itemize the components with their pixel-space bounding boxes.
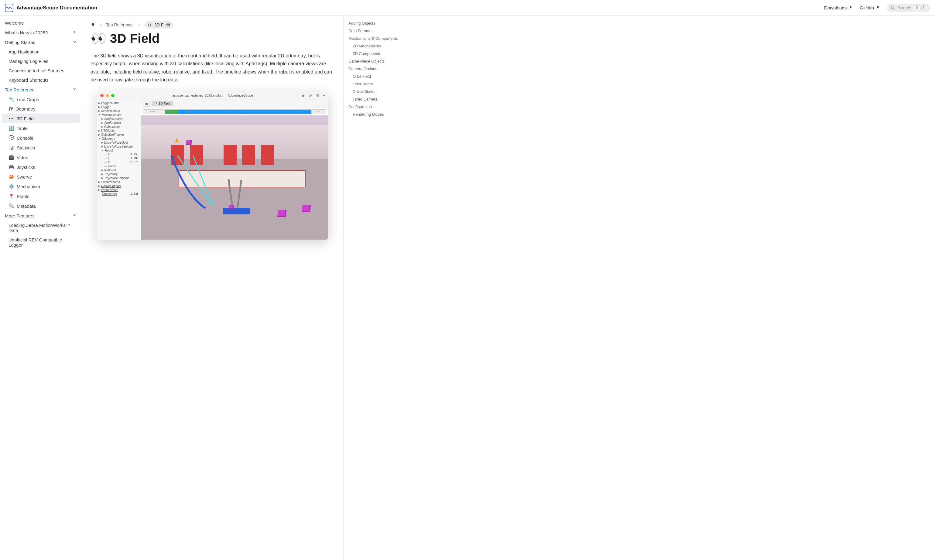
tree-row: ▶LoggedRobot bbox=[97, 101, 141, 105]
breadcrumb-item[interactable]: Tab Reference bbox=[106, 23, 134, 27]
nav-link-label: GitHub bbox=[860, 5, 874, 10]
tree-row: —Timestamp1.5e8 bbox=[97, 192, 141, 196]
sidebar-item[interactable]: 🔢Table bbox=[2, 123, 80, 133]
sidebar-item-label: What's New in 2025? bbox=[5, 30, 48, 35]
sidebar-item[interactable]: Keyboard Shortcuts bbox=[2, 75, 80, 85]
plus-icon: + bbox=[323, 93, 325, 98]
sidebar-item[interactable]: Tab Reference bbox=[2, 85, 80, 94]
sidebar[interactable]: WelcomeWhat's New in 2025?Getting Starte… bbox=[0, 16, 82, 560]
sidebar-item[interactable]: Loading Zebra MotionWorks™ Data bbox=[2, 220, 80, 235]
breadcrumb-current: 👀 3D Field bbox=[144, 21, 173, 29]
search-shortcut: ⌘ K bbox=[914, 5, 927, 10]
sidebar-item-label: Console bbox=[17, 135, 34, 141]
sidebar-item[interactable]: Managing Log Files bbox=[2, 57, 80, 66]
intro-paragraph: The 3D field shows a 3D visualization of… bbox=[91, 52, 335, 84]
chevron-right-icon bbox=[72, 30, 77, 35]
sidebar-item[interactable]: More Features bbox=[2, 211, 80, 220]
toc-item[interactable]: Orbit Robot bbox=[348, 80, 417, 88]
logo-icon bbox=[5, 4, 13, 12]
tree-row: —length3 bbox=[97, 164, 141, 168]
chevron-down-icon bbox=[72, 87, 77, 92]
tree-row: ▶TrajectorySetpoint bbox=[97, 176, 141, 180]
toc-item[interactable]: Fixed Camera bbox=[348, 95, 417, 103]
toc-item[interactable]: Data Format bbox=[348, 27, 417, 35]
tree-row: ▶Robot3d bbox=[97, 168, 141, 172]
breadcrumb-home[interactable] bbox=[91, 22, 96, 28]
toc-item[interactable]: Configuration bbox=[348, 103, 417, 111]
sidebar-item-label: Table bbox=[17, 126, 28, 131]
heading-text: 3D Field bbox=[110, 31, 159, 46]
sidebar-item[interactable]: 🎮Joysticks bbox=[2, 162, 80, 172]
sidebar-item-label: Loading Zebra MotionWorks™ Data bbox=[9, 223, 77, 233]
sidebar-item[interactable]: 📍Points bbox=[2, 191, 80, 201]
tree-row: —13.282 bbox=[97, 156, 141, 160]
search-button[interactable]: Search ⌘ K bbox=[887, 4, 930, 12]
sidebar-item[interactable]: Unofficial REV-Compatible Logger bbox=[2, 235, 80, 250]
external-link-icon bbox=[876, 5, 880, 10]
toc-item[interactable]: 2D Mechanisms bbox=[348, 42, 417, 50]
screenshot-tree: ▶LoggedRobot▶Logger▶Mechanism2d▼Mechanis… bbox=[97, 100, 141, 240]
sidebar-item[interactable]: 🦀Swerve bbox=[2, 172, 80, 182]
window-icon: ⊞ bbox=[316, 93, 319, 98]
nav-link-downloads[interactable]: Downloads bbox=[824, 5, 852, 10]
tree-row: ▼Odometry bbox=[97, 137, 141, 141]
sidebar-item-label: Managing Log Files bbox=[9, 58, 48, 64]
toc-item[interactable]: Camera Options bbox=[348, 65, 417, 72]
chevron-down-icon bbox=[72, 40, 77, 45]
chevron-down-icon bbox=[72, 213, 77, 218]
toc-item[interactable]: 3D Components bbox=[348, 50, 417, 57]
play-icon: ▶ bbox=[302, 93, 305, 98]
sidebar-item-label: Mechanism bbox=[17, 184, 40, 189]
sidebar-item[interactable]: ⚙️Mechanism bbox=[2, 182, 80, 191]
sidebar-item-label: Video bbox=[17, 155, 28, 160]
sidebar-item[interactable]: Welcome bbox=[2, 18, 80, 28]
sidebar-item[interactable]: 📊Statistics bbox=[2, 143, 80, 152]
sidebar-item-label: Tab Reference bbox=[5, 87, 35, 92]
sidebar-item-label: Swerve bbox=[17, 174, 32, 180]
sidebar-item[interactable]: 📉Line Graph bbox=[2, 94, 80, 104]
clear-icon: ⊘ bbox=[309, 93, 312, 98]
sidebar-item-label: Unofficial REV-Compatible Logger bbox=[9, 237, 77, 248]
screenshot-tab: 👀 3D Field bbox=[152, 101, 173, 106]
sidebar-item[interactable]: 🗺Odometry bbox=[2, 104, 80, 114]
toc-item[interactable]: Mechanisms & Components bbox=[348, 35, 417, 42]
sidebar-item-label: Keyboard Shortcuts bbox=[9, 77, 49, 83]
chevron-right-icon bbox=[99, 23, 102, 27]
sidebar-item[interactable]: Getting Started bbox=[2, 37, 80, 47]
toc-item[interactable]: Game Piece Objects bbox=[348, 57, 417, 65]
toc-item[interactable]: Orbit Field bbox=[348, 72, 417, 80]
breadcrumb: Tab Reference 👀 3D Field bbox=[91, 21, 335, 29]
tree-row: ▶ReplayOutputs bbox=[97, 184, 141, 188]
sidebar-item-label: 3D Field bbox=[17, 116, 34, 121]
toc-item[interactable]: Rendering Modes bbox=[348, 111, 417, 118]
toc-item[interactable]: Adding Objects bbox=[348, 20, 417, 27]
heading-emoji: 👀 bbox=[91, 31, 106, 46]
sidebar-item-label: Odometry bbox=[15, 106, 35, 111]
screenshot-toolbar: ▶ ⊘ ⊞ + bbox=[302, 93, 325, 98]
table-of-contents: Adding ObjectsData FormatMechanisms & Co… bbox=[343, 16, 422, 560]
screenshot-3d-canvas bbox=[141, 115, 328, 240]
sidebar-item[interactable]: 💬Console bbox=[2, 133, 80, 143]
screenshot-image: ascope_gamepieces_2023.wpilog — Advantag… bbox=[97, 91, 328, 240]
screenshot-titlebar: ascope_gamepieces_2023.wpilog — Advantag… bbox=[97, 91, 328, 100]
search-placeholder: Search bbox=[898, 5, 911, 10]
sidebar-item[interactable]: Connecting to Live Sources bbox=[2, 66, 80, 75]
tree-row: ▶NTClients bbox=[97, 129, 141, 133]
sidebar-item[interactable]: 🔍Metadata bbox=[2, 201, 80, 211]
navbar-brand[interactable]: AdvantageScope Documentation bbox=[5, 4, 97, 12]
toc-item[interactable]: Driver Station bbox=[348, 88, 417, 95]
sidebar-item[interactable]: What's New in 2025? bbox=[2, 28, 80, 37]
tree-row: ▶DriveToPoseGoal bbox=[97, 141, 141, 145]
sidebar-item-label: Joysticks bbox=[17, 165, 35, 170]
sidebar-item[interactable]: 👀3D Field bbox=[2, 114, 80, 123]
sidebar-item[interactable]: 🎬Video bbox=[2, 152, 80, 162]
sidebar-item-label: Getting Started bbox=[5, 40, 35, 45]
screenshot-view: ▦ 👀 3D Field 120s140s160s180s200s220s240… bbox=[141, 100, 328, 240]
nav-link-github[interactable]: GitHub bbox=[860, 5, 880, 10]
tab-home-icon: ▦ bbox=[143, 101, 150, 106]
tree-row: ▼Robot bbox=[97, 149, 141, 152]
tree-row: ▶SwerveStates bbox=[97, 180, 141, 184]
sidebar-item[interactable]: App Navigation bbox=[2, 47, 80, 57]
sidebar-item-label: Points bbox=[17, 194, 29, 199]
tree-row: ▶DriveToPoseSetpoint bbox=[97, 145, 141, 149]
